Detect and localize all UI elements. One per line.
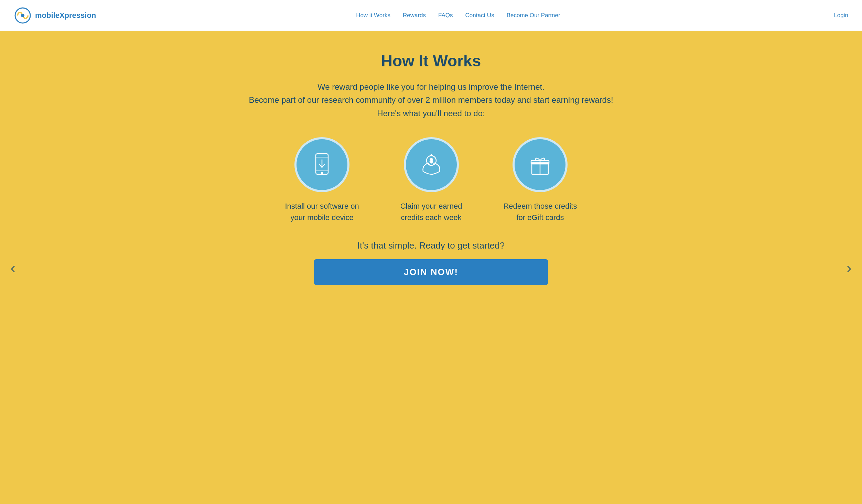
nav-how-it-works[interactable]: How it Works [356,12,390,19]
logo-text: mobileXpression [35,11,96,20]
join-now-button[interactable]: JOIN NOW! [314,259,548,285]
step-claim-label: Claim your earnedcredits each week [400,200,462,223]
step-redeem-icon-circle [513,137,568,192]
hands-money-icon: $ [418,151,445,178]
step-install-icon-circle [294,137,349,192]
gift-card-icon [526,151,554,178]
main-nav: How it Works Rewards FAQs Contact Us Bec… [356,12,560,19]
logo-icon [14,7,32,24]
nav-partner[interactable]: Become Our Partner [507,12,560,19]
steps-row: Install our software onyour mobile devic… [225,137,637,223]
nav-faqs[interactable]: FAQs [438,12,453,19]
page-title: How It Works [381,52,481,70]
logo: mobileXpression [14,7,96,24]
carousel-arrow-left[interactable]: ‹ [10,258,16,277]
nav-contact[interactable]: Contact Us [465,12,494,19]
hero-section: How It Works We reward people like you f… [0,31,862,504]
svg-point-5 [321,172,323,174]
login-button[interactable]: Login [834,12,848,19]
nav-rewards[interactable]: Rewards [403,12,426,19]
step-install: Install our software onyour mobile devic… [285,137,359,223]
hero-description: We reward people like you for helping us… [249,80,613,120]
step-claim: $ Claim your earnedcredits each week [400,137,462,223]
cta-text: It's that simple. Ready to get started? [357,240,505,251]
carousel-arrow-right[interactable]: › [846,258,852,277]
svg-text:$: $ [430,158,433,164]
step-install-label: Install our software onyour mobile devic… [285,200,359,223]
step-claim-icon-circle: $ [404,137,459,192]
step-redeem: Redeem those creditsfor eGift cards [503,137,577,223]
step-redeem-label: Redeem those creditsfor eGift cards [503,200,577,223]
phone-download-icon [308,151,336,178]
header: mobileXpression How it Works Rewards FAQ… [0,0,862,31]
svg-point-1 [21,14,24,17]
